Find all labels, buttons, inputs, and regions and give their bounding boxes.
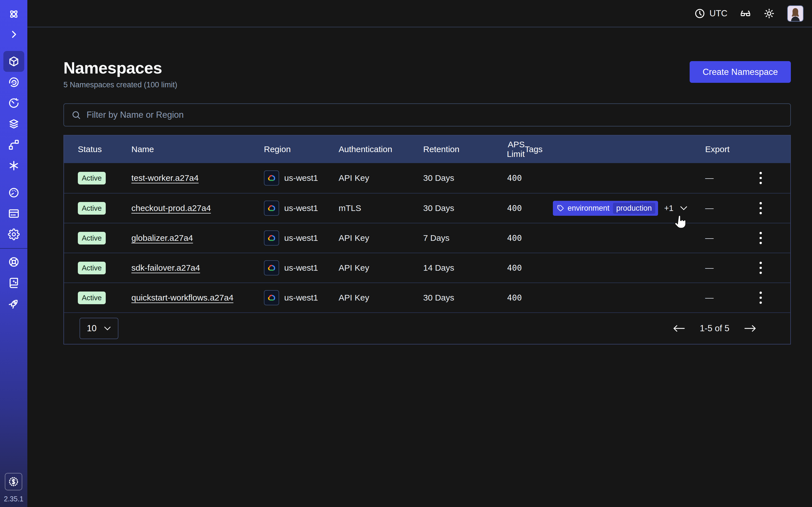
search-icon xyxy=(71,110,81,120)
region-label: us-west1 xyxy=(284,263,318,273)
asterisk-icon xyxy=(8,160,20,172)
google-cloud-icon xyxy=(264,260,279,276)
kebab-icon xyxy=(759,262,763,274)
sidebar-item-workflows[interactable] xyxy=(3,72,24,93)
user-avatar[interactable] xyxy=(787,5,804,22)
sidebar-item-nexus[interactable] xyxy=(3,155,24,176)
prev-page-button[interactable] xyxy=(673,324,685,333)
next-page-button[interactable] xyxy=(744,324,756,333)
export-cell: — xyxy=(705,233,738,243)
namespace-link[interactable]: quickstart-workflows.a27a4 xyxy=(132,293,234,302)
status-badge: Active xyxy=(78,291,106,304)
sidebar-item-docs[interactable] xyxy=(3,272,24,293)
authentication-cell: API Key xyxy=(339,263,423,273)
tag-chip[interactable]: environment production xyxy=(553,201,658,216)
authentication-cell: API Key xyxy=(339,233,423,243)
column-header-region: Region xyxy=(264,145,339,154)
tag-key: environment xyxy=(567,204,610,213)
page-subtitle: 5 Namespaces created (100 limit) xyxy=(63,80,177,89)
tag-value: production xyxy=(613,203,655,214)
tags-expand-button[interactable] xyxy=(680,206,688,211)
layers-icon xyxy=(8,118,20,130)
column-header-tags: Tags xyxy=(525,145,705,154)
life-ring-icon xyxy=(8,256,20,268)
namespace-link[interactable]: sdk-failover.a27a4 xyxy=(132,263,200,272)
create-namespace-button[interactable]: Create Namespace xyxy=(690,61,791,83)
status-badge: Active xyxy=(78,232,106,244)
credits-button[interactable] xyxy=(5,473,22,490)
column-header-name: Name xyxy=(132,145,264,154)
namespace-link[interactable]: checkout-prod.a27a4 xyxy=(132,203,211,213)
chevron-down-icon xyxy=(104,326,111,331)
arrow-right-icon xyxy=(744,324,756,333)
table-row[interactable]: Active globalizer.a27a4 us-west1 API Key… xyxy=(64,223,790,252)
aps-limit-cell: 400 xyxy=(490,203,525,213)
sidebar: 2.35.1 xyxy=(0,0,28,507)
content: Namespaces 5 Namespaces created (100 lim… xyxy=(28,58,812,344)
row-menu-button[interactable] xyxy=(757,260,764,276)
sidebar-bottom: 2.35.1 xyxy=(4,473,24,507)
gear-icon xyxy=(8,228,20,240)
column-header-aps-limit: APS Limit xyxy=(490,140,525,159)
sidebar-collapse-button[interactable] xyxy=(3,26,24,42)
google-cloud-icon xyxy=(264,230,279,245)
sidebar-item-getting-started[interactable] xyxy=(3,293,24,314)
page-title: Namespaces xyxy=(63,58,177,77)
sidebar-item-usage[interactable] xyxy=(3,182,24,203)
glasses-icon xyxy=(740,8,751,19)
row-menu-button[interactable] xyxy=(757,200,764,216)
row-menu-button[interactable] xyxy=(757,290,764,306)
sidebar-item-schedules[interactable] xyxy=(3,93,24,114)
sidebar-item-support[interactable] xyxy=(3,251,24,272)
table-row[interactable]: Active quickstart-workflows.a27a4 us-wes… xyxy=(64,283,790,313)
kebab-icon xyxy=(759,172,763,184)
row-menu-button[interactable] xyxy=(757,230,764,246)
status-badge: Active xyxy=(78,202,106,215)
namespace-link[interactable]: test-worker.a27a4 xyxy=(132,173,199,182)
export-cell: — xyxy=(705,293,738,302)
column-header-authentication: Authentication xyxy=(339,145,423,154)
timezone-button[interactable]: UTC xyxy=(694,8,727,19)
export-cell: — xyxy=(705,173,738,183)
region-label: us-west1 xyxy=(284,173,318,183)
labs-toggle-button[interactable] xyxy=(740,8,751,19)
retention-cell: 30 Days xyxy=(423,173,490,183)
sidebar-item-billing[interactable] xyxy=(3,203,24,224)
table-row[interactable]: Active checkout-prod.a27a4 us-west1 mTLS… xyxy=(64,193,790,223)
filter-input[interactable] xyxy=(86,110,783,120)
book-sparkle-icon xyxy=(8,277,20,289)
tags-more-count: +1 xyxy=(664,204,673,213)
column-header-export: Export xyxy=(705,145,738,154)
region-label: us-west1 xyxy=(284,203,318,213)
arrow-left-icon xyxy=(673,324,685,333)
sidebar-item-batch-operations[interactable] xyxy=(3,134,24,155)
table-row[interactable]: Active test-worker.a27a4 us-west1 API Ke… xyxy=(64,163,790,193)
sidebar-item-deployments[interactable] xyxy=(3,114,24,134)
timezone-label: UTC xyxy=(709,8,727,18)
google-cloud-icon xyxy=(264,201,279,216)
app-version: 2.35.1 xyxy=(4,495,24,503)
main-area: UTC xyxy=(28,0,812,507)
kebab-icon xyxy=(759,231,763,244)
google-cloud-icon xyxy=(264,290,279,305)
table-row[interactable]: Active sdk-failover.a27a4 us-west1 API K… xyxy=(64,252,790,283)
dollar-badge-icon xyxy=(8,476,19,487)
table-footer: 10 1-5 of 5 xyxy=(64,313,790,344)
sidebar-item-namespaces[interactable] xyxy=(3,51,24,72)
aps-limit-cell: 400 xyxy=(490,233,525,243)
retention-cell: 30 Days xyxy=(423,203,490,213)
theme-toggle-button[interactable] xyxy=(763,8,775,19)
cube-icon xyxy=(8,55,20,67)
page-size-value: 10 xyxy=(87,323,96,334)
namespaces-table: StatusNameRegionAuthenticationRetentionA… xyxy=(63,135,791,344)
row-menu-button[interactable] xyxy=(757,170,764,186)
page-size-select[interactable]: 10 xyxy=(80,318,118,339)
column-header-retention: Retention xyxy=(423,145,490,154)
sidebar-item-settings[interactable] xyxy=(3,224,24,245)
schedules-clock-icon xyxy=(8,97,20,109)
namespace-link[interactable]: globalizer.a27a4 xyxy=(132,233,193,242)
aps-limit-cell: 400 xyxy=(490,293,525,302)
sidebar-divider xyxy=(0,248,28,249)
google-cloud-icon xyxy=(264,170,279,186)
tag-icon xyxy=(557,205,564,212)
